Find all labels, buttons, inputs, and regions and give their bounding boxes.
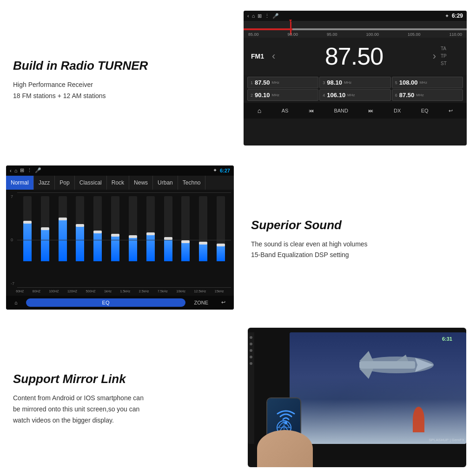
eq-back-icon[interactable]: ‹ <box>10 168 12 173</box>
mirror-title: Support Mirror Link <box>13 372 229 386</box>
eq-bar-7.5khz[interactable] <box>160 193 177 268</box>
preset-2-num: 2 <box>251 93 253 98</box>
mirror-ui: 6:31 SPLASHUP | GemFX <box>248 328 466 467</box>
preset-2-freq: 90.10 <box>255 92 270 99</box>
freq-12.5khz: 12.5kHz <box>194 290 206 293</box>
freq-label-1: 85.00 <box>248 32 259 37</box>
wifi-svg <box>276 409 296 426</box>
mirror-screen: 6:31 SPLASHUP | GemFX <box>290 332 466 444</box>
eq-zone-button[interactable]: ZONE <box>189 298 213 307</box>
eq-status-bar: ‹ ⌂ ⊞ ⋮ 🎤 ✦ 6:27 <box>6 165 234 176</box>
mirror-screenshot-section: 6:31 SPLASHUP | GemFX <box>238 318 476 476</box>
eq-preset-techno[interactable]: Techno <box>178 176 206 190</box>
eq-bar-60hz[interactable] <box>19 193 36 268</box>
eq-preset-pop[interactable]: Pop <box>55 176 74 190</box>
radio-time: 6:29 <box>452 13 463 19</box>
freq-labels: 85.00 90.00 95.00 100.00 105.00 110.00 <box>244 32 467 37</box>
radio-band-button[interactable]: BAND <box>330 106 352 115</box>
mirror-watermark: SPLASHUP | GemFX <box>429 438 464 442</box>
radio-next-button[interactable]: ⏭ <box>364 106 377 115</box>
freq-label-6: 110.00 <box>449 32 462 37</box>
eq-bar-120hz[interactable] <box>72 193 88 268</box>
eq-bar-500hz[interactable] <box>89 193 106 268</box>
freq-60hz: 60HZ <box>16 290 24 293</box>
radio-as-button[interactable]: AS <box>278 106 292 115</box>
eq-preset-urban[interactable]: Urban <box>153 176 178 190</box>
eq-preset-jazz[interactable]: Jazz <box>34 176 55 190</box>
radio-screenshot-section: ‹ ⌂ ⊞ ⋮ 🎤 ✦ 6:29 85.00 90.00 <box>238 0 476 157</box>
radio-band: FM1 <box>251 53 267 60</box>
eq-bar-12.5khz[interactable] <box>195 193 212 268</box>
preset-4-num: 4 <box>323 93 325 98</box>
radio-home-button[interactable]: ⌂ <box>254 105 265 116</box>
eq-bar-15khz[interactable] <box>212 193 229 268</box>
eq-menu-icon[interactable]: ⋮ <box>27 167 32 173</box>
eq-eq-button[interactable]: EQ <box>26 298 186 307</box>
mirror-body-line1: Content from Android or IOS smartphone c… <box>13 393 229 404</box>
preset-4-unit: MHz <box>347 93 355 97</box>
side-dot-2 <box>250 343 252 345</box>
freq-15khz: 15kHz <box>215 290 224 293</box>
mirror-side-panel <box>248 332 254 444</box>
eq-home-icon[interactable]: ⌂ <box>14 168 18 173</box>
radio-prev-arrow[interactable]: ‹ <box>272 50 275 62</box>
eq-body-line1: The sound is clear even at high volumes <box>251 239 467 250</box>
preset-6[interactable]: 6 87.50 MHz <box>392 89 463 101</box>
eq-preset-normal[interactable]: Normal <box>6 176 34 190</box>
preset-5-unit: MHz <box>419 80 427 85</box>
eq-mic-icon[interactable]: 🎤 <box>35 167 41 173</box>
mirror-body-line2: be mirrored onto this unit screen,so you… <box>13 404 229 415</box>
eq-apps-icon[interactable]: ⊞ <box>20 167 24 173</box>
mic-icon[interactable]: 🎤 <box>272 13 279 19</box>
radio-return-button[interactable]: ↩ <box>445 106 456 116</box>
radio-next-arrow[interactable]: › <box>433 50 436 62</box>
eq-time: 6:27 <box>220 168 230 173</box>
eq-bar-2.5khz[interactable] <box>142 193 159 268</box>
radio-body: High Performance Receiver 18 FM stations… <box>13 79 229 102</box>
eq-title: Superior Sound <box>251 218 467 232</box>
preset-5-num: 5 <box>395 80 397 85</box>
preset-2[interactable]: 2 90.10 MHz <box>247 89 318 101</box>
radio-body-line2: 18 FM stations + 12 AM stations <box>13 91 229 102</box>
apps-icon[interactable]: ⊞ <box>258 13 262 19</box>
eq-level-7: 7 <box>11 194 15 199</box>
st-label: ST <box>441 60 459 67</box>
eq-return-button[interactable]: ↩ <box>217 298 230 307</box>
freq-2.5khz: 2.5kHz <box>139 290 149 293</box>
eq-bar-100hz[interactable] <box>54 193 71 268</box>
preset-3[interactable]: 3 98.10 MHz <box>319 77 390 88</box>
eq-bar-10khz[interactable] <box>177 193 194 268</box>
eq-level-0: 0 <box>11 238 15 242</box>
eq-preset-news[interactable]: News <box>129 176 153 190</box>
freq-label-5: 105.00 <box>408 32 421 37</box>
svg-marker-3 <box>359 351 373 361</box>
radio-title: Build in Radio TURNER <box>13 59 229 73</box>
freq-7.5khz: 7.5kHz <box>158 290 168 293</box>
eq-bar-80hz[interactable] <box>37 193 53 268</box>
radio-main-display: FM1 ‹ 87.50 › TA TP ST <box>244 38 467 75</box>
preset-5[interactable]: 5 108.00 MHz <box>392 77 463 88</box>
eq-preset-classical[interactable]: Classical <box>75 176 107 190</box>
preset-4[interactable]: 4 106.10 MHz <box>319 89 390 101</box>
eq-preset-rock[interactable]: Rock <box>107 176 129 190</box>
menu-icon[interactable]: ⋮ <box>264 13 270 19</box>
wifi-mirror-icon <box>276 409 296 430</box>
preset-4-freq: 106.10 <box>327 92 345 99</box>
preset-5-freq: 108.00 <box>399 79 418 86</box>
back-icon[interactable]: ‹ <box>247 13 249 19</box>
radio-dx-button[interactable]: DX <box>390 106 404 115</box>
freq-1khz: 1kHz <box>104 290 112 293</box>
eq-bar-1khz[interactable] <box>107 193 124 268</box>
eq-body: The sound is clear even at high volumes … <box>251 239 467 261</box>
mirror-text-section: Support Mirror Link Content from Android… <box>0 318 238 476</box>
preset-1[interactable]: 1 87.50 MHz <box>247 77 318 88</box>
mirror-screen-time: 6:31 <box>442 336 452 342</box>
home-icon[interactable]: ⌂ <box>252 13 255 19</box>
preset-1-unit: MHz <box>272 80 279 85</box>
bluetooth-icon: ✦ <box>445 13 449 19</box>
eq-bar-1.5khz[interactable] <box>125 193 141 268</box>
eq-text-section: Superior Sound The sound is clear even a… <box>238 157 476 319</box>
eq-home-button[interactable]: ⌂ <box>10 298 22 307</box>
radio-eq-button[interactable]: EQ <box>417 106 432 115</box>
radio-prev-button[interactable]: ⏮ <box>305 106 317 115</box>
